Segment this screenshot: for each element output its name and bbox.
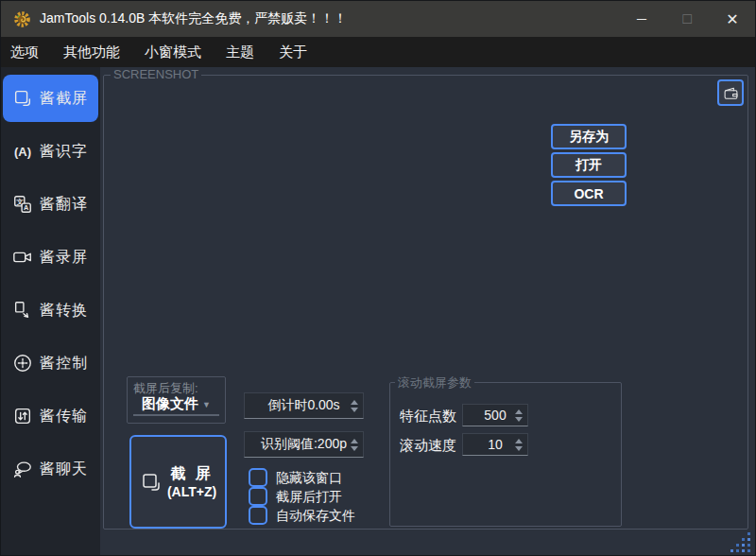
scroll-params-group: 滚动截屏参数 特征点数 500 滚动速度 10 [389, 382, 622, 527]
sidebar-item-label: 酱识字 [40, 142, 88, 162]
scroll-speed-value: 10 [488, 437, 503, 452]
sidebar-item-label: 酱翻译 [40, 195, 88, 215]
ocr-threshold-spinner[interactable]: 识别阈值:200p [244, 431, 364, 458]
spinner-arrows-icon[interactable] [515, 434, 523, 455]
sidebar-item-ocr[interactable]: (A) 酱识字 [3, 128, 98, 175]
minimize-button[interactable]: ─ [619, 1, 664, 37]
sidebar-item-label: 酱截屏 [40, 89, 88, 109]
app-window: JamTools 0.14.0B 本软件完全免费，严禁贩卖！！！ ─ ☐ ✕ 选… [0, 0, 756, 556]
translate-icon: 文A [10, 194, 35, 215]
sidebar-item-transfer[interactable]: 酱传输 [3, 392, 98, 440]
menu-bar: 选项 其他功能 小窗模式 主题 关于 [1, 37, 755, 67]
window-controls: ─ ☐ ✕ [619, 1, 755, 37]
copy-after-capture-group: 截屏后复制: 图像文件 ▼ [127, 376, 226, 424]
scroll-speed-spinner[interactable]: 10 [462, 433, 528, 456]
sidebar-item-convert[interactable]: 酱转换 [3, 287, 98, 334]
screenshot-group-label: SCREENSHOT [111, 67, 201, 81]
capture-label: 截 屏 [170, 464, 213, 484]
spinner-arrows-icon[interactable] [515, 405, 523, 426]
capture-button-text: 截 屏 (ALT+Z) [167, 464, 216, 499]
ocr-button[interactable]: OCR [551, 181, 627, 206]
svg-text:A: A [24, 203, 29, 212]
screenshot-groupbox: SCREENSHOT 另存为 打开 OCR 截屏后复制: 图像文件 ▼ [103, 75, 748, 530]
auto-save-label: 自动保存文件 [276, 506, 355, 525]
chat-icon [10, 459, 35, 479]
crop-icon [140, 471, 163, 494]
video-camera-icon [10, 247, 35, 268]
convert-icon [10, 300, 35, 321]
title-bar: JamTools 0.14.0B 本软件完全免费，严禁贩卖！！！ ─ ☐ ✕ [1, 1, 755, 37]
transfer-icon [10, 406, 35, 426]
window-title: JamTools 0.14.0B 本软件完全免费，严禁贩卖！！！ [40, 10, 347, 27]
copy-format-value: 图像文件 [142, 395, 198, 413]
save-as-button[interactable]: 另存为 [551, 124, 627, 149]
menu-about[interactable]: 关于 [279, 43, 307, 61]
sidebar-item-label: 酱传输 [40, 407, 88, 426]
resize-grip[interactable] [725, 527, 751, 553]
wallet-icon [723, 85, 739, 101]
ocr-threshold-value: 识别阈值:200p [261, 436, 347, 453]
countdown-value: 倒计时0.00s [267, 397, 339, 414]
menu-mini-window-mode[interactable]: 小窗模式 [145, 43, 201, 61]
close-button[interactable]: ✕ [710, 1, 755, 37]
copy-format-dropdown[interactable]: 图像文件 ▼ [133, 394, 219, 416]
spinner-arrows-icon[interactable] [351, 432, 358, 457]
sidebar-item-label: 酱控制 [40, 354, 88, 374]
sidebar-item-label: 酱聊天 [40, 460, 88, 479]
hide-window-checkbox[interactable] [249, 468, 267, 487]
scroll-speed-label: 滚动速度 [400, 437, 456, 455]
hide-window-label: 隐藏该窗口 [276, 468, 342, 487]
open-after-capture-label: 截屏后打开 [276, 487, 342, 506]
countdown-spinner[interactable]: 倒计时0.00s [244, 392, 364, 419]
main-panel: SCREENSHOT 另存为 打开 OCR 截屏后复制: 图像文件 ▼ [100, 67, 755, 555]
open-folder-button[interactable] [717, 79, 744, 106]
feature-points-value: 500 [484, 408, 506, 423]
spinner-arrows-icon[interactable] [351, 393, 358, 418]
app-logo-icon [13, 10, 31, 28]
sidebar-item-label: 酱转换 [40, 301, 88, 321]
open-button[interactable]: 打开 [551, 152, 627, 178]
sidebar-item-label: 酱录屏 [40, 248, 88, 268]
sidebar-item-screenshot[interactable]: 酱截屏 [3, 75, 98, 122]
action-button-column: 另存为 打开 OCR [551, 124, 627, 206]
sidebar-item-control[interactable]: 酱控制 [3, 339, 98, 387]
menu-other-functions[interactable]: 其他功能 [63, 43, 120, 61]
sidebar-item-record[interactable]: 酱录屏 [3, 234, 98, 281]
sidebar-item-chat[interactable]: 酱聊天 [3, 445, 98, 493]
chevron-down-icon: ▼ [202, 400, 211, 409]
scroll-params-label: 滚动截屏参数 [395, 374, 474, 391]
capture-shortcut: (ALT+Z) [167, 484, 216, 499]
auto-save-checkbox[interactable] [249, 506, 267, 525]
menu-theme[interactable]: 主题 [226, 43, 254, 61]
remote-control-icon [10, 353, 35, 374]
feature-points-spinner[interactable]: 500 [462, 404, 528, 426]
capture-button[interactable]: 截 屏 (ALT+Z) [129, 435, 227, 529]
feature-points-label: 特征点数 [400, 408, 456, 426]
crop-icon [10, 88, 35, 109]
sidebar-item-translate[interactable]: 文A 酱翻译 [3, 181, 98, 228]
maximize-button[interactable]: ☐ [664, 1, 710, 37]
menu-options[interactable]: 选项 [10, 43, 39, 61]
sidebar: 酱截屏 (A) 酱识字 文A 酱翻译 酱录屏 酱转换 [1, 67, 100, 555]
ocr-letter-icon: (A) [10, 145, 35, 159]
open-after-capture-checkbox[interactable] [249, 487, 267, 506]
